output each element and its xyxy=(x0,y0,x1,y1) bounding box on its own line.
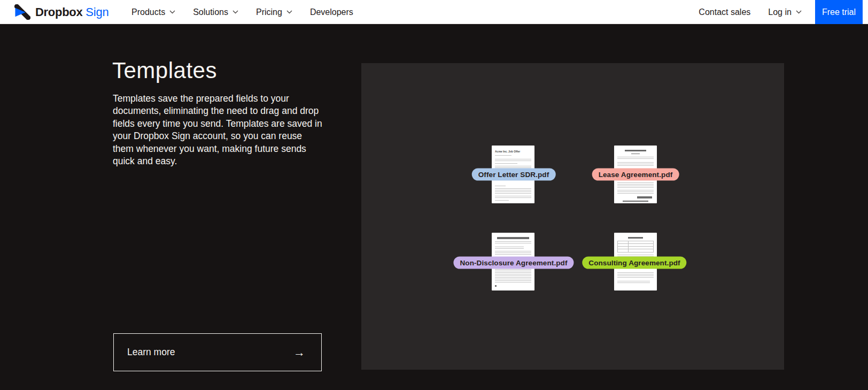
chevron-down-icon xyxy=(796,10,802,14)
main-nav: Products Solutions Pricing Developers xyxy=(131,0,353,24)
top-navbar: Dropbox Sign Products Solutions Pricing … xyxy=(0,0,868,24)
logo-brand-text: Dropbox xyxy=(35,5,82,19)
document-heading: Acme Inc. Job Offer xyxy=(495,150,531,153)
nav-item-pricing[interactable]: Pricing xyxy=(256,7,292,17)
log-in-menu[interactable]: Log in xyxy=(768,7,802,17)
nav-item-solutions[interactable]: Solutions xyxy=(193,7,238,17)
section-description: Templates save the prepared fields to yo… xyxy=(113,93,322,167)
chevron-down-icon xyxy=(169,10,175,14)
nav-item-label: Products xyxy=(131,7,165,17)
nav-item-developers[interactable]: Developers xyxy=(310,7,353,17)
contact-sales-link[interactable]: Contact sales xyxy=(699,7,750,17)
file-tag-nda: Non-Disclosure Agreement.pdf xyxy=(453,257,574,269)
file-tag-offer-letter: Offer Letter SDR.pdf xyxy=(472,169,556,181)
navbar-right-group: Contact sales Log in Free trial xyxy=(699,0,863,24)
dropbox-sign-logo-icon xyxy=(14,4,30,20)
nav-item-products[interactable]: Products xyxy=(131,7,175,17)
nav-item-label: Developers xyxy=(310,7,353,17)
page-title: Templates xyxy=(112,58,217,83)
free-trial-button[interactable]: Free trial xyxy=(815,0,863,24)
page: Dropbox Sign Products Solutions Pricing … xyxy=(0,0,868,390)
nav-item-label: Pricing xyxy=(256,7,282,17)
learn-more-label: Learn more xyxy=(127,347,175,358)
logo-product-text: Sign xyxy=(86,5,108,19)
templates-illustration-panel: Acme Inc. Job Offer xyxy=(361,63,784,370)
learn-more-button[interactable]: Learn more → xyxy=(113,333,322,371)
document-table xyxy=(617,241,654,253)
nav-item-label: Solutions xyxy=(193,7,228,17)
arrow-right-icon: → xyxy=(293,347,305,358)
dropbox-sign-logo[interactable]: Dropbox Sign xyxy=(14,0,109,24)
chevron-down-icon xyxy=(286,10,292,14)
chevron-down-icon xyxy=(232,10,238,14)
file-tag-lease-agreement: Lease Agreement.pdf xyxy=(592,169,679,181)
log-in-label: Log in xyxy=(768,7,792,17)
file-tag-consulting-agreement: Consulting Agreement.pdf xyxy=(582,257,686,269)
